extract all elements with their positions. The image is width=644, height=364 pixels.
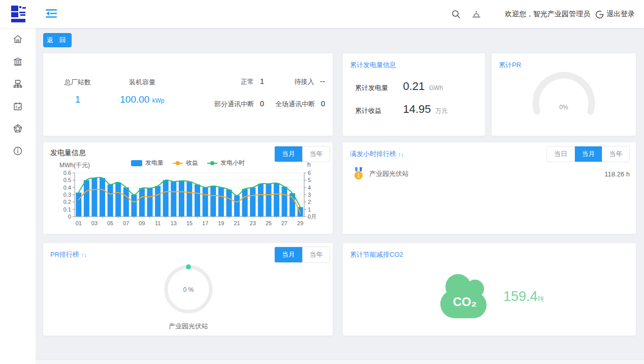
rank-station-value: 118.26 h: [604, 170, 630, 178]
tab-current-month[interactable]: 当月: [275, 247, 302, 262]
co2-card: 累计节能减排CO2 CO₂ 159.4吨: [343, 243, 636, 336]
pr-rank-title: PR排行榜↑↓: [50, 250, 87, 259]
svg-text:25: 25: [266, 220, 272, 226]
welcome-text: 欢迎您，智光产业园管理员: [505, 10, 590, 19]
tab-current-month[interactable]: 当月: [574, 146, 602, 162]
top-header: 欢迎您，智光产业园管理员 退出登录: [0, 0, 644, 28]
legend-hours[interactable]: 发电小时: [207, 159, 245, 167]
search-icon[interactable]: [451, 9, 461, 19]
legend-income-label: 收益: [186, 159, 198, 167]
legend-hours-swatch: [207, 163, 217, 164]
sort-icon[interactable]: ↑↓: [398, 151, 404, 157]
co2-value: 159.4吨: [503, 289, 544, 305]
alarm-bell-icon[interactable]: [471, 9, 481, 19]
overview-card: 总厂站数 1 装机容量 100.00 kWp 正常 1 待接入 -- 部分通讯中…: [43, 53, 333, 136]
pr-rank-value: 0 %: [183, 286, 194, 293]
capacity-label: 装机容量: [107, 78, 178, 87]
total-income-unit: 万元: [435, 107, 447, 114]
svg-text:1: 1: [308, 206, 311, 213]
svg-text:27: 27: [281, 220, 287, 226]
co2-cloud-label: CO₂: [453, 295, 477, 309]
sidebar-item-info[interactable]: [0, 140, 36, 162]
total-income-label: 累计收益: [355, 106, 398, 115]
svg-text:29: 29: [297, 220, 303, 226]
svg-text:15: 15: [186, 220, 192, 226]
pentagon-badge-icon: [13, 124, 23, 134]
rank-list-item[interactable]: 1 产业园光伏站 118.26 h: [353, 166, 630, 182]
pr-rank-station: 产业园光伏站: [138, 322, 239, 331]
svg-text:01: 01: [76, 220, 82, 226]
svg-text:0.5: 0.5: [63, 177, 71, 183]
pr-gauge: 0%: [523, 63, 604, 126]
svg-text:2: 2: [308, 199, 311, 205]
sitemap-icon: [13, 79, 23, 89]
pr-rank-tabs: 当月 当年: [274, 247, 330, 263]
legend-income[interactable]: 收益: [173, 159, 198, 167]
svg-text:05: 05: [107, 220, 113, 226]
menu-fold-icon[interactable]: [46, 9, 57, 19]
cumulative-generation-card: 累计发电量信息 累计发电量 0.21 GWh 累计收益 14.95 万元: [343, 53, 485, 136]
sidebar-item-plant[interactable]: [0, 50, 36, 73]
svg-text:23: 23: [250, 220, 256, 226]
generation-chart-card: 发电量信息 当月 当年 MWh(千元) h 发电量 收益 发电小时 00.10.…: [43, 142, 333, 234]
sidebar-item-devices[interactable]: [0, 73, 36, 95]
pr-gauge-value: 0%: [559, 104, 568, 111]
sidebar-item-home[interactable]: [0, 28, 36, 50]
status-normal-label: 正常: [241, 78, 254, 85]
total-generation-label: 累计发电量: [355, 83, 398, 93]
svg-text:07: 07: [123, 220, 129, 226]
status-full-outage-value: 0: [321, 99, 325, 108]
legend-generation[interactable]: 发电量: [131, 159, 164, 167]
capacity-unit: kWp: [152, 97, 165, 104]
tab-current-year[interactable]: 当年: [602, 146, 629, 162]
station-count-value: 1: [52, 94, 103, 105]
cumulative-pr-card: 累计PR 0%: [492, 53, 636, 136]
svg-text:0.3: 0.3: [63, 192, 71, 198]
svg-text:13: 13: [171, 220, 177, 226]
legend-generation-label: 发电量: [145, 159, 164, 167]
calendar-check-icon: [13, 101, 23, 111]
svg-text:0月: 0月: [308, 214, 316, 220]
svg-text:17: 17: [202, 220, 208, 226]
pr-rank-card: PR排行榜↑↓ 当月 当年 0 % 产业园光伏站: [43, 243, 333, 336]
sidebar-item-rating[interactable]: [0, 117, 36, 140]
status-pending-label: 待接入: [294, 78, 314, 85]
pr-rank-donut[interactable]: 0 %: [158, 259, 219, 319]
status-partial-outage-label: 部分通讯中断: [214, 100, 254, 108]
total-income-value: 14.95: [403, 103, 431, 115]
back-button[interactable]: 返 回: [43, 33, 72, 47]
cumulative-pr-title: 累计PR: [499, 60, 521, 70]
cumulative-generation-title: 累计发电量信息: [350, 60, 396, 70]
tab-current-year[interactable]: 当年: [302, 247, 330, 262]
sidebar-item-reports[interactable]: [0, 95, 36, 117]
svg-text:5: 5: [308, 177, 311, 183]
chart-legend: 发电量 收益 发电小时: [43, 159, 333, 167]
co2-title: 累计节能减排CO2: [350, 250, 403, 259]
logout-icon: [595, 10, 604, 19]
horizontal-scrollbar[interactable]: [36, 359, 644, 364]
tab-current-day[interactable]: 当日: [547, 146, 574, 162]
svg-text:19: 19: [218, 220, 224, 226]
svg-text:0.1: 0.1: [63, 206, 71, 213]
full-hours-rank-title: 满发小时排行榜↑↓: [350, 149, 404, 159]
legend-generation-swatch: [131, 160, 142, 166]
app-logo: [10, 5, 27, 24]
rank-station-name: 产业园光伏站: [369, 169, 604, 178]
generation-chart-canvas[interactable]: 00.10.20.30.40.50.60月1234560103050709111…: [47, 168, 328, 233]
logout-button[interactable]: 退出登录: [595, 10, 635, 19]
bank-icon: [13, 56, 23, 67]
sort-icon[interactable]: ↑↓: [81, 252, 87, 258]
co2-cloud-icon: CO₂: [435, 267, 499, 323]
svg-text:4: 4: [308, 185, 311, 191]
svg-text:0.4: 0.4: [63, 185, 71, 191]
svg-text:11: 11: [155, 220, 160, 226]
svg-text:21: 21: [234, 220, 240, 226]
total-generation-value: 0.21: [403, 80, 425, 93]
full-hours-rank-tabs: 当日 当月 当年: [546, 146, 630, 162]
capacity-value: 100.00: [120, 94, 149, 105]
status-pending-value: --: [320, 77, 325, 85]
main-content: 返 回 总厂站数 1 装机容量 100.00 kWp 正常 1 待接入 -- 部…: [36, 28, 644, 364]
svg-text:6: 6: [308, 170, 311, 176]
legend-hours-label: 发电小时: [220, 159, 245, 167]
svg-text:3: 3: [308, 192, 311, 198]
